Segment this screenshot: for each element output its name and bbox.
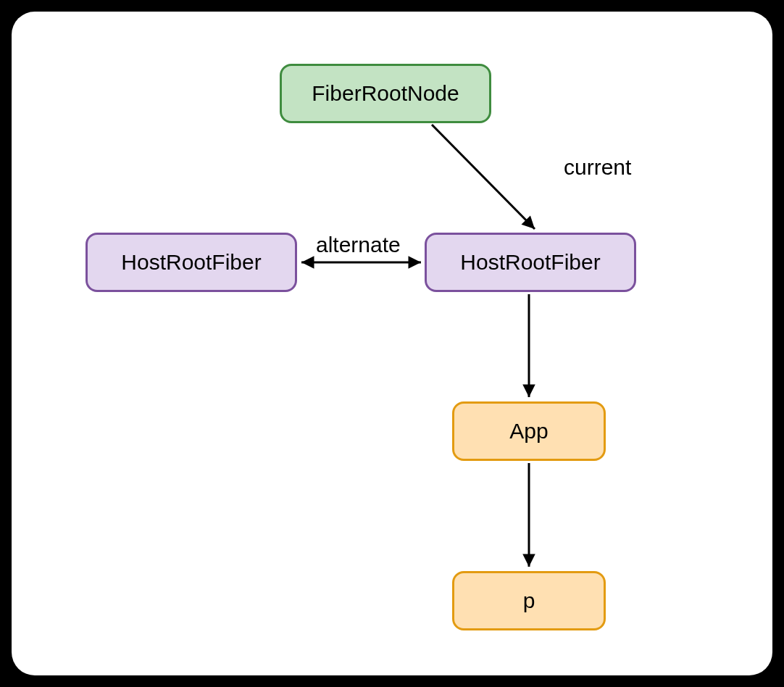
- node-label: HostRootFiber: [121, 250, 261, 275]
- edge-label-current: current: [564, 155, 631, 180]
- edge-label-alternate: alternate: [316, 233, 401, 257]
- node-host-root-fiber-right: HostRootFiber: [425, 233, 636, 292]
- node-label: p: [523, 588, 535, 613]
- node-label: FiberRootNode: [312, 81, 459, 106]
- node-app: App: [452, 401, 606, 461]
- node-label: App: [509, 419, 548, 444]
- node-host-root-fiber-left: HostRootFiber: [86, 233, 297, 292]
- node-fiber-root-node: FiberRootNode: [280, 64, 491, 123]
- node-p: p: [452, 571, 606, 630]
- edge-current: [432, 125, 535, 229]
- diagram-canvas: FiberRootNode HostRootFiber HostRootFibe…: [12, 12, 772, 675]
- node-label: HostRootFiber: [460, 250, 600, 275]
